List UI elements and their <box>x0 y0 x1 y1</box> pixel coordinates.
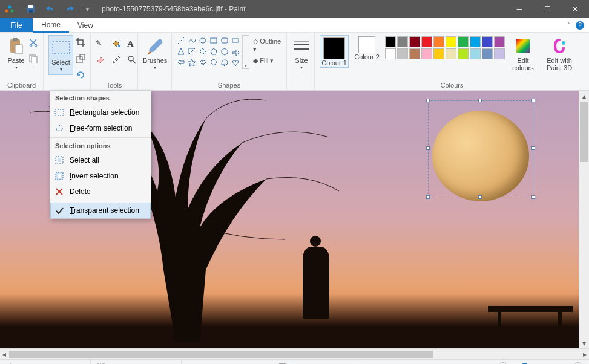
freeform-selection-icon <box>54 123 65 134</box>
palette-swatch[interactable] <box>494 48 505 59</box>
palette-swatch[interactable] <box>409 36 420 47</box>
paste-icon <box>7 36 26 56</box>
redo-icon[interactable] <box>65 4 74 14</box>
fill-icon[interactable] <box>111 39 123 50</box>
close-button[interactable]: ✕ <box>561 0 589 18</box>
rotate-icon[interactable] <box>76 70 85 82</box>
size-icon <box>292 36 311 56</box>
resize-icon[interactable] <box>76 54 85 65</box>
palette-swatch[interactable] <box>421 48 432 59</box>
zoom-control: 50% − + <box>475 362 589 365</box>
colour-palette[interactable] <box>385 35 505 59</box>
svg-rect-21 <box>211 38 217 43</box>
delete-icon <box>54 186 65 197</box>
svg-point-0 <box>5 10 8 13</box>
crop-icon[interactable] <box>76 37 85 49</box>
menu-select-all[interactable]: Select all <box>50 152 151 168</box>
app-icon <box>5 4 15 14</box>
palette-swatch[interactable] <box>397 36 408 47</box>
palette-swatch[interactable] <box>458 36 469 47</box>
select-button[interactable]: Select▾ <box>48 35 73 75</box>
shape-fill-button[interactable]: ◆ Fill ▾ <box>253 57 281 65</box>
text-icon[interactable]: A <box>127 39 139 50</box>
cut-icon[interactable] <box>28 37 38 49</box>
pencil-icon[interactable]: ✎ <box>96 39 108 50</box>
palette-swatch[interactable] <box>482 36 493 47</box>
maximize-button[interactable]: ☐ <box>533 0 561 18</box>
svg-line-18 <box>133 60 136 63</box>
palette-swatch[interactable] <box>421 36 432 47</box>
view-tab[interactable]: View <box>69 18 102 32</box>
palette-swatch[interactable] <box>397 48 408 59</box>
workspace: ▴▾ Selection shapes Rectangular selectio… <box>0 91 589 348</box>
eraser-icon[interactable] <box>96 55 108 67</box>
home-tab[interactable]: Home <box>33 18 69 33</box>
file-tab[interactable]: File <box>0 18 33 32</box>
paint-3d-button[interactable]: Edit with Paint 3D <box>541 35 577 71</box>
title-bar: ▾ photo-1550775379-5458be3ebe6c.jfif - P… <box>0 0 589 18</box>
colour-2-button[interactable]: Colour 2 <box>352 35 381 60</box>
palette-swatch[interactable] <box>446 48 456 59</box>
canvas-image-person <box>303 247 329 319</box>
palette-swatch[interactable] <box>433 36 444 47</box>
svg-rect-4 <box>28 5 33 8</box>
palette-swatch[interactable] <box>458 48 469 59</box>
paint-3d-icon <box>550 36 569 56</box>
status-selection-size <box>91 360 182 364</box>
palette-swatch[interactable] <box>470 36 481 47</box>
canvas-image-bench <box>488 306 573 312</box>
menu-invert-selection[interactable]: Invert selection <box>50 168 151 184</box>
undo-icon[interactable] <box>45 4 55 14</box>
group-label-shapes: Shapes <box>177 80 281 89</box>
palette-swatch[interactable] <box>409 48 420 59</box>
menu-rectangular-selection[interactable]: Rectangular selection <box>50 105 151 120</box>
svg-rect-13 <box>53 42 70 54</box>
status-dimensions: 2777 × 2232px <box>182 360 272 364</box>
menu-transparent-selection[interactable]: Transparent selection <box>50 203 151 218</box>
horizontal-scrollbar[interactable]: ◂ ▸ <box>0 348 589 359</box>
rectangular-selection-icon <box>54 107 65 118</box>
edit-colours-button[interactable]: Edit colours <box>508 35 538 71</box>
menu-freeform-selection[interactable]: Free-form selection <box>50 120 151 136</box>
palette-swatch[interactable] <box>482 48 493 59</box>
select-all-icon <box>54 155 65 166</box>
zoom-icon[interactable] <box>127 55 139 67</box>
vertical-scrollbar[interactable]: ▴▾ <box>579 91 589 348</box>
svg-point-16 <box>118 45 120 47</box>
ribbon-collapse-icon[interactable]: ˅ <box>568 22 571 28</box>
shape-outline-button[interactable]: ◇ Outline ▾ <box>253 37 281 53</box>
palette-swatch[interactable] <box>433 48 444 59</box>
svg-rect-7 <box>13 38 18 41</box>
zoom-in-button[interactable]: + <box>573 362 583 365</box>
shapes-gallery[interactable] <box>177 35 240 67</box>
dropdown-header-options: Selection options <box>50 139 151 152</box>
svg-rect-12 <box>31 57 37 63</box>
group-label-colours: Colours <box>320 80 584 89</box>
svg-marker-26 <box>200 48 206 54</box>
colour-1-button[interactable]: Colour 1 <box>320 35 349 68</box>
menu-delete[interactable]: Delete <box>50 184 151 200</box>
shapes-expand[interactable]: ▾ <box>242 35 249 69</box>
status-coords <box>0 360 91 364</box>
svg-point-17 <box>128 56 133 61</box>
help-icon[interactable]: ? <box>576 21 584 30</box>
zoom-out-button[interactable]: − <box>498 362 508 365</box>
brushes-button[interactable]: Brushes▾ <box>143 35 167 71</box>
save-icon[interactable] <box>26 4 36 14</box>
svg-marker-31 <box>200 60 206 65</box>
svg-rect-41 <box>58 174 61 178</box>
palette-swatch[interactable] <box>385 48 396 59</box>
palette-swatch[interactable] <box>446 36 456 47</box>
palette-swatch[interactable] <box>470 48 481 59</box>
copy-icon[interactable] <box>28 54 38 65</box>
palette-swatch[interactable] <box>385 36 396 47</box>
size-button[interactable]: Size▾ <box>292 35 311 71</box>
palette-swatch[interactable] <box>494 36 505 47</box>
picker-icon[interactable] <box>111 55 123 67</box>
minimize-button[interactable]: ─ <box>505 0 533 18</box>
select-icon <box>51 38 71 57</box>
paste-button[interactable]: Paste▾ <box>5 35 27 71</box>
svg-marker-27 <box>211 48 217 54</box>
selection-box[interactable] <box>428 100 533 197</box>
svg-marker-29 <box>178 60 184 65</box>
